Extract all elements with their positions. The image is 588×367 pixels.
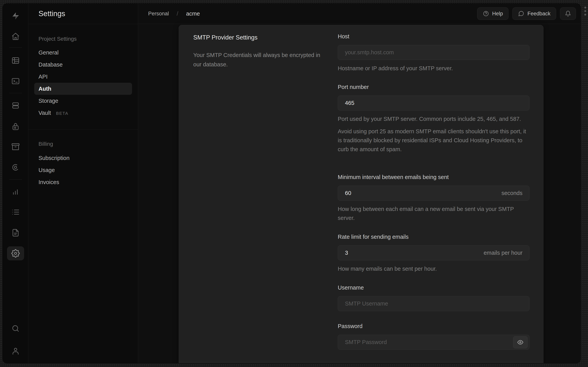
main-header: Personal / acme Help Feedback	[138, 3, 581, 24]
feedback-button[interactable]: Feedback	[512, 7, 556, 20]
nav-database-button[interactable]	[7, 99, 24, 112]
table-editor-icon	[11, 56, 20, 65]
rail-search-button[interactable]	[7, 321, 24, 335]
section-label-billing: Billing	[39, 140, 53, 148]
card-title: SMTP Provider Settings	[193, 34, 329, 41]
port-label: Port number	[338, 83, 530, 91]
logs-icon	[11, 208, 20, 216]
user-icon	[11, 347, 20, 355]
feedback-bubble-icon	[518, 10, 524, 17]
field-username: Username	[338, 284, 530, 311]
nav-sql-editor-button[interactable]	[7, 74, 24, 88]
sidebar-item-general[interactable]: General	[34, 47, 132, 58]
home-icon	[11, 32, 20, 41]
sidebar-item-auth[interactable]: Auth	[34, 83, 132, 95]
storage-icon	[11, 142, 20, 151]
field-password: Password	[338, 322, 530, 350]
beta-badge: BETA	[56, 111, 68, 116]
help-circle-icon	[483, 10, 489, 17]
content-area: SMTP Provider Settings Your SMTP Credent…	[138, 24, 581, 363]
scroll-dot	[584, 14, 586, 16]
nav-logs-button[interactable]	[7, 205, 24, 219]
username-input-wrap	[338, 296, 530, 311]
field-min-interval: Minimum interval between emails being se…	[338, 173, 530, 222]
rail-user-button[interactable]	[7, 344, 24, 358]
rail-divider	[9, 47, 22, 48]
notifications-button[interactable]	[560, 7, 576, 20]
rate-limit-helper: How many emails can be sent per hour.	[338, 264, 530, 273]
scroll-dot	[584, 10, 586, 12]
supabase-logo[interactable]	[7, 9, 24, 23]
rate-limit-input-wrap: emails per hour	[338, 245, 530, 260]
password-input-wrap	[338, 335, 530, 350]
help-button[interactable]: Help	[477, 7, 509, 20]
breadcrumb-project[interactable]: acme	[186, 10, 200, 17]
api-docs-icon	[11, 228, 20, 237]
realtime-icon	[11, 163, 20, 172]
sidebar-item-usage[interactable]: Usage	[34, 164, 132, 176]
card-footer-divider	[179, 362, 543, 362]
window-scrollbar-dots[interactable]	[584, 7, 586, 16]
nav-table-editor-button[interactable]	[7, 53, 24, 67]
sidebar-item-invoices[interactable]: Invoices	[34, 176, 132, 188]
host-input[interactable]	[338, 45, 530, 60]
min-interval-helper: How long between each email can a new em…	[338, 205, 530, 222]
nav-auth-button[interactable]	[7, 119, 24, 133]
field-host: Host Hostname or IP address of your SMTP…	[338, 33, 530, 73]
header-actions: Help Feedback	[477, 7, 576, 20]
rate-limit-label: Rate limit for sending emails	[338, 233, 530, 241]
username-label: Username	[338, 284, 530, 292]
host-input-wrap	[338, 45, 530, 60]
nav-home-button[interactable]	[7, 29, 24, 43]
port-note: Avoid using port 25 as modern SMTP email…	[338, 127, 530, 154]
sidebar-item-storage[interactable]: Storage	[34, 95, 132, 107]
desktop: { "rail": { "items": [ {"icon": "home-ic…	[0, 0, 588, 367]
username-input[interactable]	[338, 296, 530, 311]
sidebar-title: Settings	[28, 3, 138, 24]
password-input[interactable]	[338, 335, 530, 350]
activity-rail	[3, 3, 28, 363]
host-helper: Hostname or IP address of your SMTP serv…	[338, 64, 530, 73]
breadcrumb-org[interactable]: Personal	[148, 11, 169, 17]
sidebar-item-database[interactable]: Database	[34, 58, 132, 71]
section-label-project-settings: Project Settings	[39, 35, 77, 43]
card-intro: SMTP Provider Settings Your SMTP Credent…	[193, 34, 329, 69]
port-input[interactable]	[338, 96, 530, 110]
sidebar-divider	[28, 129, 138, 130]
port-helper: Port used by your SMTP server. Common po…	[338, 114, 530, 123]
min-interval-input[interactable]	[338, 186, 530, 201]
sidebar-item-api[interactable]: API	[34, 71, 132, 83]
supabase-bolt-icon	[11, 12, 20, 20]
lock-icon	[11, 122, 20, 131]
sidebar-item-vault[interactable]: VaultBETA	[34, 107, 132, 119]
rate-limit-input[interactable]	[338, 245, 530, 260]
sql-editor-icon	[11, 77, 20, 85]
settings-gear-icon	[11, 249, 20, 258]
nav-reports-button[interactable]	[7, 184, 24, 199]
nav-settings-button[interactable]	[7, 246, 24, 260]
sidebar-item-subscription[interactable]: Subscription	[34, 152, 132, 164]
card-description: Your SMTP Credentials will always be enc…	[193, 50, 328, 69]
host-label: Host	[338, 33, 530, 40]
database-icon	[11, 101, 20, 110]
rail-divider	[9, 93, 22, 93]
toggle-password-visibility-button[interactable]	[513, 336, 528, 348]
settings-sidebar: Settings Project Settings General Databa…	[28, 3, 138, 363]
eye-icon	[517, 339, 523, 345]
nav-api-docs-button[interactable]	[7, 226, 24, 240]
min-interval-input-wrap: seconds	[338, 186, 530, 201]
scroll-dot	[584, 7, 586, 8]
min-interval-label: Minimum interval between emails being se…	[338, 173, 530, 181]
breadcrumb-separator: /	[177, 10, 178, 17]
nav-storage-button[interactable]	[7, 140, 24, 154]
smtp-settings-card: SMTP Provider Settings Your SMTP Credent…	[179, 25, 543, 363]
bell-icon	[565, 10, 571, 17]
password-label: Password	[338, 322, 530, 330]
field-port: Port number Port used by your SMTP serve…	[338, 83, 530, 154]
field-rate-limit: Rate limit for sending emails emails per…	[338, 233, 530, 273]
app-window: Settings Project Settings General Databa…	[3, 3, 581, 363]
search-icon	[11, 324, 20, 333]
main-area: Personal / acme Help Feedback	[138, 3, 581, 363]
rail-divider	[9, 179, 22, 180]
nav-realtime-button[interactable]	[7, 160, 24, 174]
